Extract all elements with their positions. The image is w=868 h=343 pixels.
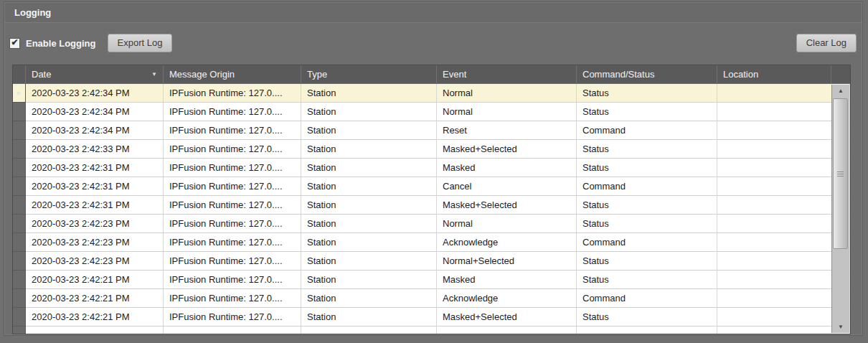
table-row[interactable]: ▶ 2020-03-23 2:42:23 PM IPFusion Runtime…: [13, 252, 850, 271]
table-row[interactable]: ▶ 2020-03-23 2:42:23 PM IPFusion Runtime…: [13, 215, 850, 233]
cell-command-status[interactable]: Status: [577, 271, 717, 289]
table-row-partial[interactable]: [13, 326, 850, 334]
cell-command-status[interactable]: Command: [577, 121, 717, 140]
cell-command-status[interactable]: Status: [577, 103, 717, 121]
table-row[interactable]: ▶ 2020-03-23 2:42:21 PM IPFusion Runtime…: [13, 271, 850, 289]
cell-command-status[interactable]: Status: [577, 215, 717, 233]
cell-event[interactable]: Normal+Selected: [437, 252, 577, 271]
cell-event[interactable]: Normal: [437, 215, 577, 233]
table-row[interactable]: ▶ 2020-03-23 2:42:21 PM IPFusion Runtime…: [13, 308, 850, 326]
cell-message-origin[interactable]: IPFusion Runtime: 127.0....: [164, 177, 301, 196]
table-row[interactable]: ▶ 2020-03-23 2:42:34 PM IPFusion Runtime…: [13, 84, 850, 103]
export-log-button[interactable]: Export Log: [108, 34, 173, 52]
cell-location[interactable]: [717, 326, 850, 334]
row-header-cell[interactable]: ▶: [13, 196, 26, 215]
row-header-cell[interactable]: [13, 326, 26, 334]
cell-location[interactable]: [717, 271, 850, 289]
cell-command-status[interactable]: Status: [577, 308, 717, 326]
cell-message-origin[interactable]: IPFusion Runtime: 127.0....: [164, 84, 301, 103]
cell-type[interactable]: Station: [301, 84, 437, 103]
row-header-cell[interactable]: ▶: [13, 159, 26, 177]
cell-date[interactable]: [26, 326, 164, 334]
row-header-cell[interactable]: ▶: [13, 140, 26, 159]
clear-log-button[interactable]: Clear Log: [796, 34, 857, 52]
cell-type[interactable]: Station: [301, 233, 437, 252]
cell-message-origin[interactable]: IPFusion Runtime: 127.0....: [164, 103, 301, 121]
cell-location[interactable]: [717, 103, 850, 121]
cell-command-status[interactable]: Status: [577, 159, 717, 177]
cell-event[interactable]: Normal: [437, 84, 577, 103]
table-row[interactable]: ▶ 2020-03-23 2:42:31 PM IPFusion Runtime…: [13, 159, 850, 177]
cell-command-status[interactable]: Command: [577, 233, 717, 252]
cell-command-status[interactable]: Status: [577, 252, 717, 271]
table-row[interactable]: ▶ 2020-03-23 2:42:33 PM IPFusion Runtime…: [13, 140, 850, 159]
cell-message-origin[interactable]: IPFusion Runtime: 127.0....: [164, 196, 301, 215]
cell-date[interactable]: 2020-03-23 2:42:21 PM: [26, 289, 164, 308]
cell-event[interactable]: Acknowledge: [437, 233, 577, 252]
cell-type[interactable]: Station: [301, 271, 437, 289]
column-header-message-origin[interactable]: Message Origin: [164, 65, 301, 84]
cell-date[interactable]: 2020-03-23 2:42:33 PM: [26, 140, 164, 159]
cell-event[interactable]: Masked+Selected: [437, 308, 577, 326]
row-header-cell[interactable]: ▶: [13, 252, 26, 271]
enable-logging-checkbox[interactable]: ✔: [9, 38, 20, 49]
table-row[interactable]: ▶ 2020-03-23 2:42:31 PM IPFusion Runtime…: [13, 196, 850, 215]
cell-message-origin[interactable]: IPFusion Runtime: 127.0....: [164, 252, 301, 271]
cell-date[interactable]: 2020-03-23 2:42:31 PM: [26, 177, 164, 196]
scroll-down-button[interactable]: ▼: [832, 321, 849, 333]
cell-event[interactable]: Normal: [437, 103, 577, 121]
table-row[interactable]: ▶ 2020-03-23 2:42:31 PM IPFusion Runtime…: [13, 177, 850, 196]
cell-message-origin[interactable]: IPFusion Runtime: 127.0....: [164, 159, 301, 177]
row-header-cell[interactable]: ▶: [13, 308, 26, 326]
cell-type[interactable]: Station: [301, 252, 437, 271]
cell-type[interactable]: Station: [301, 121, 437, 140]
cell-location[interactable]: [717, 308, 850, 326]
row-header-cell[interactable]: ▶: [13, 103, 26, 121]
scrollbar-thumb[interactable]: [833, 98, 848, 249]
cell-event[interactable]: Masked: [437, 159, 577, 177]
table-row[interactable]: ▶ 2020-03-23 2:42:34 PM IPFusion Runtime…: [13, 103, 850, 121]
table-row[interactable]: ▶ 2020-03-23 2:42:21 PM IPFusion Runtime…: [13, 289, 850, 308]
cell-command-status[interactable]: Command: [577, 177, 717, 196]
cell-event[interactable]: Reset: [437, 121, 577, 140]
column-header-command-status[interactable]: Command/Status: [577, 65, 717, 84]
cell-location[interactable]: [717, 84, 850, 103]
column-header-location[interactable]: Location: [717, 65, 831, 84]
cell-type[interactable]: Station: [301, 196, 437, 215]
cell-date[interactable]: 2020-03-23 2:42:23 PM: [26, 252, 164, 271]
cell-message-origin[interactable]: IPFusion Runtime: 127.0....: [164, 271, 301, 289]
cell-location[interactable]: [717, 177, 850, 196]
cell-location[interactable]: [717, 215, 850, 233]
cell-message-origin[interactable]: [164, 326, 301, 334]
cell-command-status[interactable]: Status: [577, 140, 717, 159]
cell-type[interactable]: Station: [301, 103, 437, 121]
cell-type[interactable]: Station: [301, 289, 437, 308]
column-header-date[interactable]: Date ▼: [26, 65, 164, 84]
cell-location[interactable]: [717, 140, 850, 159]
cell-date[interactable]: 2020-03-23 2:42:31 PM: [26, 196, 164, 215]
cell-event[interactable]: Acknowledge: [437, 289, 577, 308]
cell-message-origin[interactable]: IPFusion Runtime: 127.0....: [164, 308, 301, 326]
cell-type[interactable]: Station: [301, 159, 437, 177]
cell-message-origin[interactable]: IPFusion Runtime: 127.0....: [164, 233, 301, 252]
scroll-up-button[interactable]: ▲: [832, 85, 849, 97]
cell-type[interactable]: Station: [301, 215, 437, 233]
row-header-cell[interactable]: ▶: [13, 215, 26, 233]
cell-type[interactable]: Station: [301, 140, 437, 159]
table-row[interactable]: ▶ 2020-03-23 2:42:23 PM IPFusion Runtime…: [13, 233, 850, 252]
cell-date[interactable]: 2020-03-23 2:42:23 PM: [26, 233, 164, 252]
cell-command-status[interactable]: Command: [577, 289, 717, 308]
cell-type[interactable]: Station: [301, 308, 437, 326]
cell-location[interactable]: [717, 252, 850, 271]
cell-event[interactable]: [437, 326, 577, 334]
cell-date[interactable]: 2020-03-23 2:42:34 PM: [26, 121, 164, 140]
cell-event[interactable]: Cancel: [437, 177, 577, 196]
cell-message-origin[interactable]: IPFusion Runtime: 127.0....: [164, 121, 301, 140]
row-header-cell[interactable]: ▶: [13, 177, 26, 196]
cell-date[interactable]: 2020-03-23 2:42:21 PM: [26, 271, 164, 289]
cell-event[interactable]: Masked: [437, 271, 577, 289]
cell-date[interactable]: 2020-03-23 2:42:34 PM: [26, 84, 164, 103]
cell-command-status[interactable]: Status: [577, 196, 717, 215]
cell-command-status[interactable]: [577, 326, 717, 334]
cell-event[interactable]: Masked+Selected: [437, 140, 577, 159]
